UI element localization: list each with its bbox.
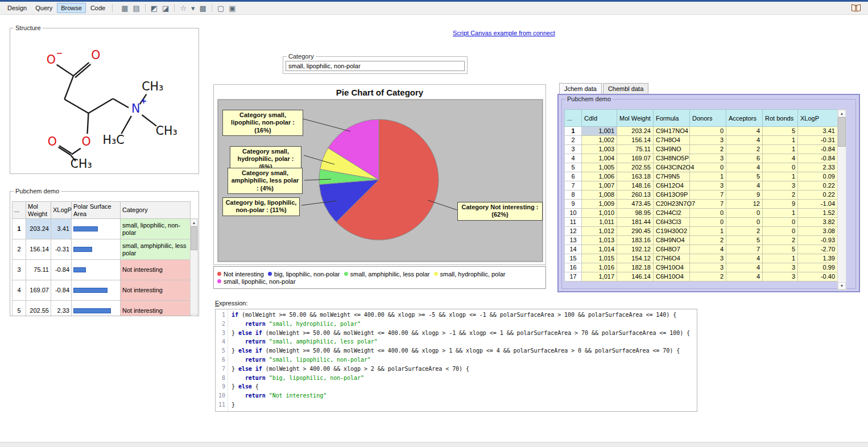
scroll-down-icon[interactable]: ▼ xyxy=(191,314,197,316)
cell[interactable]: 203.24 xyxy=(617,127,654,136)
cell[interactable]: 1,016 xyxy=(582,263,617,272)
cell[interactable]: 3.41 xyxy=(798,127,838,136)
add-grid-view-icon[interactable]: ▦ xyxy=(119,3,130,13)
cell[interactable]: 2.33 xyxy=(798,163,838,172)
cell[interactable]: 202.55 xyxy=(617,163,654,172)
cell[interactable]: 3 xyxy=(690,254,726,263)
cell[interactable]: 0 xyxy=(726,218,763,227)
cell[interactable]: 148.16 xyxy=(617,181,654,191)
cell[interactable]: 5 xyxy=(565,163,582,172)
cell[interactable]: 2 xyxy=(565,136,582,145)
cell[interactable]: 7 xyxy=(565,181,582,191)
cell[interactable]: -0.31 xyxy=(798,136,838,145)
row-number[interactable]: 5 xyxy=(13,301,26,317)
cell[interactable]: 0 xyxy=(763,163,798,172)
cell[interactable]: 4 xyxy=(726,136,763,145)
cell[interactable]: 5 xyxy=(726,172,763,181)
cell[interactable]: 1 xyxy=(690,227,726,236)
scrollbar-thumb[interactable] xyxy=(191,226,197,250)
add-widget-icon[interactable]: ▩ xyxy=(197,3,209,13)
cell[interactable]: 4 xyxy=(726,254,763,263)
cell[interactable]: 0 xyxy=(726,209,763,218)
cell[interactable]: C9H17NO4 xyxy=(654,127,690,136)
cell[interactable]: 7 xyxy=(726,245,763,254)
cell[interactable]: 4 xyxy=(726,181,763,191)
cell[interactable]: -0.84 xyxy=(798,154,838,163)
cell[interactable]: -0.93 xyxy=(798,236,838,245)
cell[interactable]: C6H3ClN2O4 xyxy=(654,163,690,172)
cell[interactable]: 1,009 xyxy=(582,200,617,209)
cell[interactable]: 2 xyxy=(690,145,726,154)
cell[interactable]: C3H8NO5P xyxy=(654,154,690,163)
cell[interactable]: C2H4Cl2 xyxy=(654,209,690,218)
cell[interactable]: 3 xyxy=(690,263,726,272)
left-column-header-2[interactable]: XLogP xyxy=(51,202,72,219)
demote-field-icon[interactable]: ◪ xyxy=(160,3,171,13)
cell[interactable]: 0 xyxy=(763,227,798,236)
cell[interactable]: 0 xyxy=(763,218,798,227)
row-number[interactable]: 2 xyxy=(13,239,26,260)
cell[interactable]: 3.82 xyxy=(798,218,838,227)
cell[interactable]: 5 xyxy=(763,127,798,136)
cell[interactable]: C7H9N5 xyxy=(654,172,690,181)
cell[interactable]: 3 xyxy=(690,154,726,163)
cell[interactable]: -0.84 xyxy=(798,145,838,154)
cell[interactable]: 2 xyxy=(726,227,763,236)
cell[interactable]: 6 xyxy=(565,172,582,181)
cell[interactable]: 1,003 xyxy=(582,145,617,154)
scroll-down-icon[interactable]: ▼ xyxy=(838,282,846,289)
xlogp-cell[interactable]: -0.84 xyxy=(51,280,72,301)
cell[interactable]: 13 xyxy=(565,236,582,245)
right-column-header-7[interactable]: XLogP xyxy=(798,110,838,127)
cell[interactable]: C7H6O4 xyxy=(654,254,690,263)
arrange-windows-icon[interactable]: ▣ xyxy=(226,3,238,13)
cell[interactable]: 156.14 xyxy=(617,136,654,145)
cell[interactable]: 0.22 xyxy=(798,191,838,200)
category-cell[interactable]: small, lipophilic, non-polar xyxy=(121,219,191,239)
right-column-header-0[interactable]: ... xyxy=(565,110,582,127)
cell[interactable]: 3 xyxy=(763,263,798,272)
cell[interactable]: 2 xyxy=(726,145,763,154)
left-column-header-3[interactable]: Polar Surface Area xyxy=(72,202,121,219)
cell[interactable]: 182.18 xyxy=(617,263,654,272)
cell[interactable]: C20H23N7O7 xyxy=(654,200,690,209)
tab-chembl-data[interactable]: Chembl data xyxy=(603,83,648,94)
cell[interactable]: 1,011 xyxy=(582,218,617,227)
add-form-view-icon[interactable]: ▤ xyxy=(131,3,142,13)
right-column-header-2[interactable]: Mol Weight xyxy=(617,110,654,127)
cell[interactable]: 1,004 xyxy=(582,154,617,163)
cell[interactable]: 1 xyxy=(565,127,582,136)
cell[interactable]: 11 xyxy=(565,218,582,227)
cell[interactable]: 154.12 xyxy=(617,254,654,263)
xlogp-cell[interactable]: -0.31 xyxy=(51,239,72,260)
structure-canvas[interactable]: O − O O O N + CH₃ CH₃ H₃C CH₃ xyxy=(10,31,194,169)
scrollbar-thumb[interactable] xyxy=(838,117,846,147)
cell[interactable]: 0.09 xyxy=(798,172,838,181)
cell[interactable]: -1.04 xyxy=(798,200,838,209)
polar-surface-area-cell[interactable] xyxy=(72,219,121,239)
cell[interactable]: 290.45 xyxy=(617,227,654,236)
cell[interactable]: 10 xyxy=(565,209,582,218)
promote-field-icon[interactable]: ◩ xyxy=(148,3,160,13)
cell[interactable]: 7 xyxy=(690,191,726,200)
cell[interactable]: 0.22 xyxy=(798,181,838,191)
cell[interactable]: 0 xyxy=(690,218,726,227)
cell[interactable]: -2.70 xyxy=(798,245,838,254)
cell[interactable]: 1,007 xyxy=(582,181,617,191)
cell[interactable]: 1 xyxy=(763,172,798,181)
cell[interactable]: 1,013 xyxy=(582,236,617,245)
cell[interactable]: 1.39 xyxy=(798,254,838,263)
cell[interactable]: C6H12O4 xyxy=(654,181,690,191)
favorites-icon[interactable]: ☆ xyxy=(177,3,189,13)
left-column-header-4[interactable]: Category xyxy=(121,202,191,219)
cell[interactable]: 1,015 xyxy=(582,254,617,263)
cell[interactable]: C7H8O4 xyxy=(654,136,690,145)
cell[interactable]: 4 xyxy=(690,245,726,254)
cell[interactable]: 1,001 xyxy=(582,127,617,136)
cell[interactable]: 9 xyxy=(726,191,763,200)
scroll-up-icon[interactable]: ▲ xyxy=(838,110,846,117)
cell[interactable]: 473.45 xyxy=(617,200,654,209)
cell[interactable]: 5 xyxy=(726,236,763,245)
cell[interactable]: 1 xyxy=(763,254,798,263)
row-number[interactable]: 4 xyxy=(13,280,26,301)
